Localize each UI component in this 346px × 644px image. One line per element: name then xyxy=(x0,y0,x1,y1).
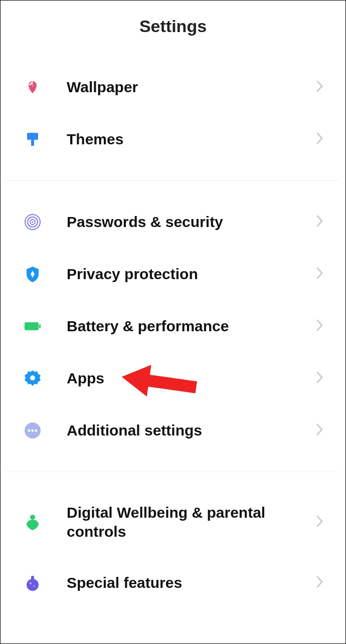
chevron-right-icon xyxy=(316,215,325,229)
chevron-right-icon xyxy=(316,267,325,281)
settings-list: Wallpaper Themes Passwords & security Pr… xyxy=(1,61,345,609)
fingerprint-icon xyxy=(23,212,43,232)
item-special-features[interactable]: Special features xyxy=(1,557,345,609)
svg-point-13 xyxy=(35,430,38,432)
item-label: Special features xyxy=(67,573,316,592)
item-additional-settings[interactable]: Additional settings xyxy=(1,404,345,457)
svg-rect-7 xyxy=(25,322,39,330)
gear-icon xyxy=(23,368,43,388)
svg-point-9 xyxy=(30,375,35,380)
chevron-right-icon xyxy=(316,319,325,333)
item-label: Privacy protection xyxy=(67,265,316,284)
chevron-right-icon xyxy=(316,576,325,590)
chevron-right-icon xyxy=(316,132,325,146)
item-label: Themes xyxy=(67,130,316,149)
item-label: Additional settings xyxy=(67,421,316,440)
svg-rect-0 xyxy=(27,133,38,140)
svg-point-18 xyxy=(34,585,35,587)
divider xyxy=(7,472,339,472)
chevron-right-icon xyxy=(316,515,325,529)
item-label: Battery & performance xyxy=(67,317,316,336)
svg-point-16 xyxy=(27,579,39,591)
chevron-right-icon xyxy=(316,371,325,385)
page-header: Settings xyxy=(1,1,345,61)
divider xyxy=(7,180,339,181)
svg-rect-8 xyxy=(39,324,41,328)
item-themes[interactable]: Themes xyxy=(1,113,345,165)
item-digital-wellbeing[interactable]: Digital Wellbeing & parental controls xyxy=(1,487,345,557)
item-label: Passwords & security xyxy=(67,212,316,232)
svg-rect-1 xyxy=(31,140,34,146)
item-wallpaper[interactable]: Wallpaper xyxy=(1,61,345,113)
item-battery-performance[interactable]: Battery & performance xyxy=(1,300,345,352)
chevron-right-icon xyxy=(316,80,325,94)
page-title: Settings xyxy=(1,17,345,36)
svg-point-5 xyxy=(32,222,34,223)
item-privacy-protection[interactable]: Privacy protection xyxy=(1,248,345,300)
svg-point-12 xyxy=(32,430,34,432)
more-icon xyxy=(23,420,43,441)
svg-point-17 xyxy=(30,582,32,584)
item-label: Apps xyxy=(67,369,316,388)
item-label: Digital Wellbeing & parental controls xyxy=(67,503,316,541)
themes-icon xyxy=(23,129,43,149)
battery-icon xyxy=(23,316,43,336)
svg-point-14 xyxy=(30,515,35,520)
wallpaper-icon xyxy=(23,77,43,97)
item-apps[interactable]: Apps xyxy=(1,352,345,404)
flask-icon xyxy=(23,573,43,593)
chevron-right-icon xyxy=(316,423,325,438)
item-label: Wallpaper xyxy=(67,78,316,97)
svg-point-11 xyxy=(28,430,31,432)
wellbeing-icon xyxy=(23,512,43,532)
shield-icon xyxy=(23,264,43,284)
item-passwords-security[interactable]: Passwords & security xyxy=(1,196,345,248)
